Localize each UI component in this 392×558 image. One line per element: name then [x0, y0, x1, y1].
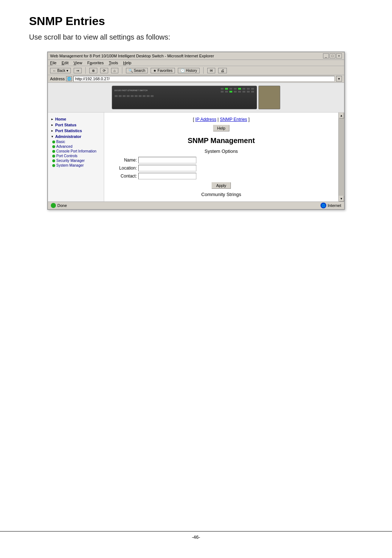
home-button[interactable]: ⌂	[111, 68, 118, 73]
address-label: Address	[50, 77, 65, 81]
sidebar-advanced-label: Advanced	[56, 144, 72, 148]
nav-links: [ IP Address | SNMP Entries ]	[111, 117, 331, 122]
port	[142, 95, 146, 97]
menu-help[interactable]: Help	[123, 61, 131, 65]
status-done-text: Done	[57, 203, 67, 208]
page-number: -46-	[192, 534, 200, 540]
port	[225, 90, 228, 93]
sidebar-subitem-security[interactable]: Security Manager	[51, 158, 101, 163]
menu-favorites[interactable]: Favorites	[87, 61, 103, 65]
nav-link-snmp-entries[interactable]: SNMP Entries	[220, 117, 247, 122]
page-title: SNMP Entries	[29, 15, 363, 28]
port	[238, 90, 241, 93]
port	[126, 95, 130, 97]
stop-button[interactable]: ⊗	[89, 68, 97, 73]
refresh-button[interactable]: ⟳	[100, 68, 108, 73]
port	[251, 87, 254, 90]
back-button[interactable]: ← Back ▾	[50, 68, 71, 73]
close-button[interactable]: ×	[336, 53, 342, 58]
sidebar-system-label: System Manager	[56, 163, 84, 167]
side-panel	[258, 86, 280, 109]
port	[114, 95, 118, 97]
system-options-title: System Options	[111, 148, 331, 154]
security-circle-icon	[52, 159, 55, 162]
home-arrow-icon: ►	[51, 118, 54, 121]
port	[138, 95, 142, 97]
internet-icon: 🌐	[320, 203, 326, 208]
scroll-up-button[interactable]: ▲	[339, 113, 344, 118]
scroll-track[interactable]	[339, 118, 344, 196]
sidebar-home-label: Home	[55, 117, 66, 121]
port	[233, 87, 237, 90]
nav-link-ip-address[interactable]: IP Address	[195, 117, 216, 122]
sidebar: ► Home ► Port Status ► Port Statistics	[48, 113, 104, 201]
toolbar-separator-2	[122, 67, 122, 74]
port	[242, 90, 246, 93]
menu-tools[interactable]: Tools	[109, 61, 118, 65]
minimize-button[interactable]: _	[323, 53, 329, 58]
sidebar-subitem-port-controls[interactable]: Port Controls	[51, 154, 101, 158]
sidebar-console-label: Console Port Information	[56, 149, 97, 153]
port	[220, 90, 224, 93]
sidebar-subitem-console[interactable]: Console Port Information	[51, 149, 101, 154]
sidebar-item-port-status[interactable]: ► Port Status	[51, 122, 101, 128]
browser-title: Web Management for 8 Port 10/100M Intell…	[50, 54, 323, 58]
location-form-row: Location:	[111, 165, 331, 171]
sidebar-subitem-system[interactable]: System Manager	[51, 163, 101, 168]
bracket-close: ]	[248, 117, 249, 122]
forward-button[interactable]: ⇒	[74, 68, 82, 73]
menu-file[interactable]: File	[50, 61, 57, 65]
port	[130, 95, 134, 97]
sidebar-subitem-basic[interactable]: Basic	[51, 139, 101, 144]
sidebar-item-administrator[interactable]: ▼ Administrator	[51, 134, 101, 139]
name-input[interactable]	[138, 157, 196, 163]
sidebar-subitem-advanced[interactable]: Advanced	[51, 144, 101, 149]
port	[220, 87, 224, 90]
page-footer: -46-	[0, 531, 392, 540]
sidebar-item-home[interactable]: ► Home	[51, 116, 101, 122]
contact-label: Contact:	[111, 174, 137, 179]
main-content-panel: [ IP Address | SNMP Entries ] Help SNMP …	[104, 113, 338, 201]
port	[242, 87, 246, 90]
sidebar-security-label: Security Manager	[56, 159, 85, 163]
scroll-down-button[interactable]: ▼	[339, 196, 344, 201]
history-button[interactable]: 🕐 History	[178, 68, 200, 73]
browser-statusbar: Done 🌐 Internet	[48, 201, 344, 209]
print-button[interactable]: 🖨	[218, 68, 227, 73]
sidebar-admin-label: Administrator	[55, 134, 81, 139]
help-button[interactable]: Help	[213, 125, 229, 131]
vertical-scrollbar: ▲ ▼	[338, 113, 344, 201]
switch-image-section: 10/100 FAST ETHERNET SWITCH	[48, 83, 344, 113]
address-dropdown-button[interactable]: ▼	[336, 76, 342, 82]
contact-form-row: Contact:	[111, 173, 331, 179]
restore-button[interactable]: □	[330, 53, 335, 58]
contact-input[interactable]	[138, 173, 196, 179]
port	[229, 90, 233, 93]
browser-titlebar: Web Management for 8 Port 10/100M Intell…	[48, 52, 344, 60]
apply-button[interactable]: Apply	[212, 182, 231, 189]
toolbar-separator-1	[85, 67, 86, 74]
address-icon: 🌐	[66, 76, 72, 81]
menu-view[interactable]: View	[74, 61, 82, 65]
location-input[interactable]	[138, 165, 196, 171]
browser-window: Web Management for 8 Port 10/100M Intell…	[47, 52, 345, 210]
name-form-row: Name:	[111, 157, 331, 163]
console-circle-icon	[52, 150, 55, 153]
name-label: Name:	[111, 158, 137, 163]
community-strings-title: Community Strings	[111, 192, 331, 197]
favorites-button[interactable]: ★ Favorites	[151, 68, 175, 73]
admin-arrow-icon: ▼	[51, 135, 54, 138]
menu-edit[interactable]: Edit	[62, 61, 69, 65]
sidebar-item-port-statistics[interactable]: ► Port Statistics	[51, 128, 101, 134]
page-subtitle: Use scroll bar to view all settings as f…	[29, 33, 363, 41]
port	[225, 87, 228, 90]
inner-content: ► Home ► Port Status ► Port Statistics	[48, 113, 344, 201]
mail-button[interactable]: ✉	[207, 68, 215, 73]
port	[229, 87, 233, 90]
address-input[interactable]	[73, 76, 335, 82]
port	[238, 87, 241, 90]
status-internet-text: Internet	[328, 203, 341, 208]
search-button[interactable]: 🔍 Search	[126, 68, 148, 73]
port	[122, 95, 126, 97]
port	[251, 90, 254, 93]
